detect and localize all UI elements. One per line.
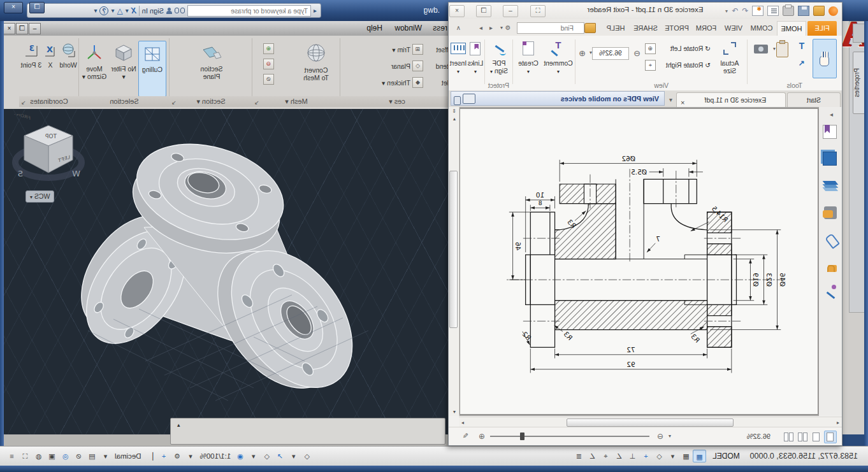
rotate-right-button[interactable]: ↻ Rotate Right bbox=[666, 61, 711, 71]
vertical-scrollbar[interactable]: ⇕ ▴ ▾ bbox=[449, 107, 459, 416]
tab-help[interactable]: HELP bbox=[602, 21, 629, 36]
bookmarks-panel-icon[interactable] bbox=[823, 125, 837, 139]
zoom-dropdown-icon[interactable]: ▾ bbox=[590, 50, 592, 55]
no-filter-button[interactable]: No Filter ▾ bbox=[110, 41, 137, 80]
tab-home[interactable]: HOME bbox=[777, 21, 806, 36]
statusbar-zoom-in-icon[interactable]: ⊕ bbox=[479, 432, 485, 441]
exchange-apps-icon[interactable]: X bbox=[131, 6, 136, 15]
foxit-fullscreen-button[interactable]: ⛶ bbox=[530, 5, 546, 17]
find-gear-dropdown-icon[interactable]: ▾ bbox=[500, 25, 503, 31]
clipboard-icon[interactable] bbox=[776, 42, 788, 57]
pdf-sign-button[interactable]: PDFSign ▾ bbox=[486, 39, 512, 76]
snap-dropdown-icon[interactable]: ▾ bbox=[666, 450, 679, 462]
x-ucs-button[interactable]: X X bbox=[43, 42, 58, 69]
polar-tracking-toggle[interactable]: ∠ bbox=[612, 450, 626, 462]
panel-label-section[interactable]: Section ▾ bbox=[170, 96, 252, 107]
create-new-icon[interactable] bbox=[752, 6, 763, 16]
smooth-less-icon[interactable]: ⊖ bbox=[263, 59, 274, 69]
world-ucs-button[interactable]: World bbox=[59, 42, 78, 69]
comments-panel-icon[interactable] bbox=[824, 206, 837, 219]
insert-button[interactable]: Insert▾ bbox=[449, 39, 467, 76]
drawing-restore-button[interactable]: ❐ bbox=[16, 23, 28, 34]
zoom-menu-dropdown-icon[interactable]: ▾ bbox=[669, 433, 671, 439]
units-button[interactable]: Decimal bbox=[115, 452, 141, 460]
vertical-scroll-thumb[interactable] bbox=[449, 171, 458, 328]
viewcube[interactable]: W S TOP LEFT FRONT bbox=[10, 114, 87, 192]
mobile-promo-banner[interactable]: View PDFs on mobile devices bbox=[451, 91, 665, 106]
autocad-close-button[interactable]: × bbox=[4, 2, 23, 13]
selection-cycling-toggle[interactable]: ⊘ bbox=[72, 450, 85, 462]
planar-button[interactable]: Planar bbox=[391, 62, 410, 70]
horizontal-scroll-thumb[interactable] bbox=[567, 418, 734, 427]
tab-view[interactable]: VIEW bbox=[721, 21, 746, 36]
panel-label-edit[interactable]: ces ▾ bbox=[340, 96, 454, 107]
tab-protect[interactable]: PROTE bbox=[662, 21, 691, 36]
scroll-up-icon[interactable]: ▴ bbox=[453, 116, 456, 122]
snap-mode-toggle[interactable]: ▦ bbox=[679, 450, 693, 462]
tab-form[interactable]: FORM bbox=[693, 21, 720, 36]
a360-dropdown-icon[interactable]: ▾ bbox=[111, 7, 114, 14]
scale-dropdown-icon[interactable]: ▾ bbox=[184, 450, 198, 462]
convert-to-mesh-button[interactable]: ConvertTo Mesh bbox=[298, 42, 334, 82]
select-annotation-icon[interactable]: ↖ bbox=[795, 59, 809, 74]
touch-mode-pencil-icon[interactable]: ✎ bbox=[463, 432, 468, 440]
settings-gear-icon[interactable]: ⚙ bbox=[171, 450, 184, 462]
annotation-visibility-icon[interactable]: ◉ bbox=[233, 450, 247, 462]
find-gear-icon[interactable]: ⚙ bbox=[505, 24, 510, 31]
viewcube-front-face[interactable]: FRONT bbox=[13, 114, 31, 121]
promo-dropdown-icon[interactable]: ▾ bbox=[669, 96, 672, 103]
drawing-close-button[interactable]: × bbox=[3, 23, 15, 34]
zoom-slider[interactable] bbox=[490, 436, 649, 437]
infer-constraints-toggle[interactable]: ◇ bbox=[653, 450, 666, 462]
workspace-cube-icon[interactable]: ◇ bbox=[300, 450, 314, 462]
three-point-ucs-button[interactable]: 3 3 Point bbox=[20, 42, 42, 69]
panel-label-mesh[interactable]: Mesh ▾ bbox=[252, 96, 340, 107]
quick-properties-icon[interactable]: + bbox=[157, 450, 171, 462]
marquee-zoom-icon[interactable]: ⊕ bbox=[645, 43, 656, 54]
scroll-left-icon[interactable]: ◂ bbox=[837, 420, 839, 426]
menu-help[interactable]: Help bbox=[366, 24, 382, 32]
single-page-view-button[interactable] bbox=[824, 431, 837, 443]
help-icon[interactable]: ? bbox=[99, 6, 108, 15]
scroll-right-icon[interactable]: ▸ bbox=[461, 420, 464, 426]
hardware-accel-icon[interactable]: ▣ bbox=[45, 450, 59, 462]
actual-size-button[interactable]: ActualSize bbox=[714, 39, 745, 75]
transparency-toggle[interactable]: ▤ bbox=[85, 450, 99, 462]
trim-icon[interactable]: ⊞ bbox=[412, 44, 423, 55]
infocenter-search-input[interactable] bbox=[187, 5, 311, 17]
search-binoculars-icon[interactable] bbox=[175, 8, 185, 13]
lineweight-toggle[interactable]: ≣ bbox=[572, 450, 586, 462]
undo-icon[interactable]: ↶ bbox=[742, 6, 748, 15]
attachments-panel-icon[interactable] bbox=[825, 233, 840, 249]
help-dropdown-icon[interactable]: ▾ bbox=[94, 7, 97, 14]
sign-in-button[interactable]: Sign In bbox=[142, 7, 164, 15]
command-history-icon[interactable]: ▴ bbox=[177, 422, 180, 428]
foxit-minimize-button[interactable]: – bbox=[503, 5, 518, 17]
menu-express-cut[interactable]: ress bbox=[433, 24, 447, 32]
smooth-more-icon[interactable]: ⊕ bbox=[263, 43, 274, 54]
annotation-monitor-icon[interactable]: ↗ bbox=[273, 450, 287, 462]
layers-panel-icon[interactable] bbox=[823, 181, 839, 185]
continuous-facing-view-button[interactable] bbox=[782, 431, 795, 443]
viewcube-south-label[interactable]: S bbox=[18, 169, 23, 178]
email-icon[interactable] bbox=[767, 6, 779, 16]
planar-icon[interactable]: ◇ bbox=[412, 61, 423, 71]
otrack-toggle[interactable]: ∠ bbox=[586, 450, 599, 462]
rotate-left-button[interactable]: ↺ Rotate Left bbox=[670, 45, 711, 55]
exchange-dropdown-icon[interactable]: ▾ bbox=[126, 7, 129, 14]
thicken-button[interactable]: Thicken ▾ bbox=[382, 79, 410, 87]
extend-button-cut[interactable]: tend bbox=[436, 62, 449, 70]
move-gizmo-button[interactable]: MoveGizmo ▾ bbox=[81, 41, 108, 80]
qat-dropdown-icon[interactable]: ▾ bbox=[725, 8, 728, 14]
foxit-document-area[interactable]: Ø62 Ø5.5 10 8 46 R14,5 7 R3 R3 R3 R2 Ø19… bbox=[459, 107, 819, 416]
section-plane-button[interactable]: SectionPlane bbox=[194, 42, 229, 80]
document-tab[interactable]: Exercice 3D n 11.pdf × bbox=[676, 92, 786, 107]
offset-button-cut[interactable]: ffset bbox=[436, 46, 449, 54]
loupe-icon[interactable]: ⌖ bbox=[645, 60, 656, 71]
foxit-logo-icon[interactable] bbox=[828, 6, 838, 16]
ortho-mode-toggle[interactable]: ⊥ bbox=[626, 450, 639, 462]
menu-window[interactable]: Window bbox=[394, 24, 422, 32]
annotation-scale-button[interactable]: 1:1/100% bbox=[200, 452, 231, 460]
find-input[interactable] bbox=[517, 22, 584, 34]
foxit-close-button[interactable]: × bbox=[449, 5, 465, 17]
